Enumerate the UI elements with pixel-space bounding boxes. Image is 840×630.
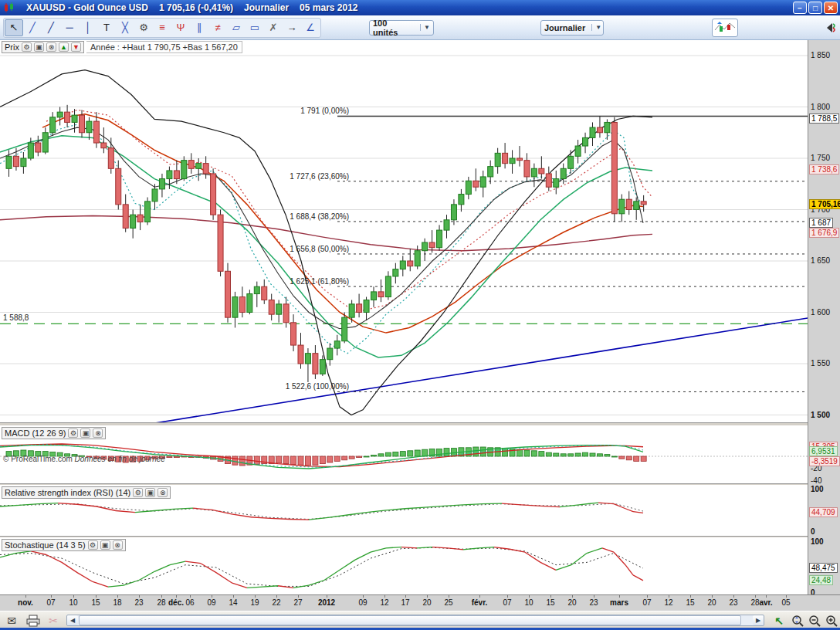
- select-tool[interactable]: ↖: [5, 19, 23, 36]
- x-axis-tick: 09: [207, 598, 215, 607]
- pitchfork-tool[interactable]: Ψ: [171, 19, 190, 36]
- scroll-right-icon[interactable]: ▶: [753, 615, 764, 625]
- candle: [429, 242, 435, 248]
- x-axis-tick-mark: [405, 595, 406, 598]
- candle: [203, 164, 208, 174]
- detach-window-icon[interactable]: ▣: [80, 428, 90, 438]
- x-axis-tick: avr.: [759, 598, 772, 607]
- stoch-k-line: [309, 581, 324, 586]
- scroll-left-icon[interactable]: ◀: [67, 615, 78, 625]
- collapse-panel-icon[interactable]: [825, 22, 837, 37]
- rectangle-tool[interactable]: ▭: [246, 19, 264, 36]
- fibonacci-retracement-tool[interactable]: ≡: [153, 19, 171, 36]
- price-axis[interactable]: 1 8501 8001 7501 7001 6501 6001 5501 500…: [808, 40, 840, 595]
- rsi-line: [328, 515, 347, 517]
- stoch-k-line: [371, 548, 386, 552]
- x-axis-tick: 19: [250, 598, 259, 607]
- restore-button[interactable]: □: [808, 2, 822, 14]
- detach-window-icon[interactable]: ▣: [100, 540, 110, 550]
- period-dropdown-value: Journalier: [544, 23, 585, 32]
- units-dropdown[interactable]: 100 unités ▼: [369, 20, 434, 36]
- x-axis-tick-mark: [669, 595, 669, 598]
- trend-line[interactable]: [151, 318, 808, 422]
- candle: [188, 161, 194, 169]
- close-panel-icon[interactable]: ⊗: [158, 488, 168, 497]
- crossing-lines-tool[interactable]: ╳: [116, 19, 134, 36]
- candle: [605, 122, 610, 132]
- minimize-button[interactable]: −: [793, 2, 807, 14]
- rsi-line: [0, 505, 19, 506]
- close-button[interactable]: ✕: [824, 2, 838, 14]
- arrow-tool[interactable]: →: [283, 19, 301, 36]
- rsi-line: [367, 510, 386, 513]
- price-tag: 1 676,9: [809, 228, 839, 238]
- chart-style-button[interactable]: [712, 19, 738, 37]
- parallel-lines-tool[interactable]: ∥: [190, 19, 208, 36]
- settings-icon[interactable]: ⚙: [68, 428, 78, 438]
- x-axis-tick-mark: [161, 595, 162, 598]
- stoch-k-line: [602, 548, 614, 552]
- zoom-fit-icon[interactable]: [789, 614, 806, 628]
- x-axis-tick-mark: [276, 595, 277, 598]
- horizontal-scrollbar[interactable]: ◀ ▶: [66, 615, 764, 626]
- email-icon[interactable]: ✉: [3, 614, 20, 628]
- delete-drawings-tool[interactable]: ✗: [264, 19, 283, 36]
- text-tool[interactable]: T: [97, 19, 116, 36]
- candle: [93, 121, 99, 143]
- macd-panel-title: MACD (12 26 9): [5, 428, 66, 438]
- candle: [232, 297, 238, 318]
- year-high-low-stats: Année : +Haut 1 790,75 +Bas 1 567,20: [86, 41, 242, 53]
- price-chart-panel[interactable]: 1 791 (0,00%)1 727,6 (23,60%)1 688,4 (38…: [0, 40, 808, 422]
- eraser-line-tool[interactable]: ≠: [208, 19, 227, 36]
- stochastic-panel-title: Stochastique (14 3 5): [5, 540, 86, 550]
- vertical-line-tool[interactable]: │: [79, 19, 97, 36]
- rsi-line: [77, 504, 97, 506]
- detach-window-icon[interactable]: ▣: [145, 488, 155, 497]
- price-tag: 1 687: [809, 218, 833, 228]
- settings-icon[interactable]: ⚙: [133, 488, 143, 497]
- stoch-k-line: [432, 547, 448, 548]
- candle: [437, 230, 442, 248]
- time-axis[interactable]: nov.071015182328déc.06091419222720120912…: [0, 594, 840, 611]
- x-axis-tick-mark: [449, 595, 449, 598]
- candle: [218, 215, 223, 271]
- horizontal-line-tool[interactable]: ─: [60, 19, 79, 36]
- settings-icon[interactable]: ⚙: [22, 42, 32, 52]
- x-axis-tick-mark: [755, 595, 756, 598]
- pointer-mode-icon[interactable]: ↖: [771, 614, 788, 628]
- rsi-line: [58, 503, 77, 505]
- stoch-k-line: [154, 565, 170, 572]
- macd-histogram-bar: [590, 453, 595, 456]
- price-down-icon[interactable]: ▼: [71, 42, 81, 52]
- close-panel-icon[interactable]: ⊗: [113, 540, 123, 550]
- stoch-k-line: [46, 555, 62, 563]
- close-panel-icon[interactable]: ⊗: [93, 428, 103, 438]
- print-icon[interactable]: [25, 614, 42, 628]
- window-title: XAUUSD - Gold Ounce USD: [26, 2, 148, 13]
- x-axis-tick: 05: [781, 598, 790, 607]
- drawing-tools[interactable]: ⚙: [134, 19, 153, 36]
- x-axis-tick-mark: [139, 595, 140, 598]
- x-axis-tick-mark: [479, 595, 480, 598]
- detach-window-icon[interactable]: ▣: [34, 42, 44, 52]
- settings-icon[interactable]: ⚙: [88, 540, 98, 550]
- trendline-tool[interactable]: ╱: [23, 19, 42, 36]
- segment-tool[interactable]: ╱: [42, 19, 60, 36]
- close-panel-icon[interactable]: ⊗: [46, 42, 56, 52]
- stoch-k-line: [201, 564, 216, 573]
- zoom-in-icon[interactable]: [823, 614, 840, 628]
- x-axis-tick-mark: [255, 595, 256, 598]
- price-up-icon[interactable]: ▲: [59, 42, 69, 52]
- period-dropdown[interactable]: Journalier ▼: [540, 20, 604, 36]
- zoom-out-icon[interactable]: [806, 614, 823, 628]
- x-axis-tick: 07: [503, 598, 511, 607]
- gann-fan-tool[interactable]: ∠: [301, 19, 320, 36]
- macd-histogram-bar: [320, 456, 325, 464]
- macd-histogram-bar: [641, 456, 646, 461]
- stoch-k-line: [247, 587, 262, 588]
- scrollbar-thumb[interactable]: [79, 615, 741, 625]
- candle: [313, 354, 318, 374]
- rotated-rectangle-tool[interactable]: ▱: [227, 19, 246, 36]
- stoch-k-line: [340, 560, 355, 570]
- x-axis-tick-mark: [384, 595, 385, 598]
